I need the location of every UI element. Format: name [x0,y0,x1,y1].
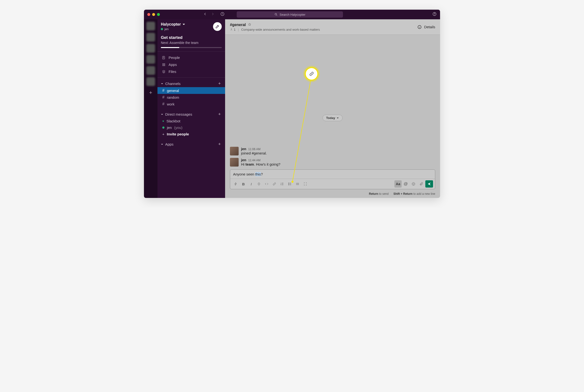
svg-point-18 [288,184,289,184]
workspace-icon[interactable] [146,77,155,86]
compose-button[interactable] [213,22,222,31]
dm-item-self[interactable]: jen (you) [158,124,225,131]
members-count[interactable]: 1 [230,28,236,32]
composer-hints: Return to send Shift + Return to add a n… [225,191,440,198]
invite-people-button[interactable]: + Invite people [158,131,225,137]
avatar[interactable] [230,158,239,166]
message-text: Hi team. How's it going? [241,162,435,166]
caret-down-icon [161,143,163,146]
search-placeholder: Search Halycopter [280,13,306,16]
channel-item-random[interactable]: # random [158,94,225,101]
message-text: joined #general. [241,151,435,155]
workspace-icon[interactable] [146,44,155,52]
link-button[interactable] [271,180,278,188]
dm-section-header[interactable]: Direct messages + [158,111,225,118]
back-button[interactable] [203,12,207,17]
star-channel-button[interactable] [248,23,251,27]
presence-online-icon [161,28,163,30]
svg-point-20 [412,182,415,186]
minimize-window-icon[interactable] [152,13,155,16]
composer-toolbar: B I Aa @ [230,178,435,189]
add-workspace-button[interactable]: + [146,88,155,97]
channel-item-work[interactable]: # work [158,101,225,108]
svg-point-7 [164,64,164,64]
workspace-icon[interactable] [146,22,155,30]
compose-icon [215,24,220,29]
strikethrough-button[interactable] [255,180,263,188]
sidebar-item-files[interactable]: Files [158,68,225,75]
blockquote-button[interactable] [294,180,301,188]
close-window-icon[interactable] [147,13,150,16]
add-app-button[interactable]: + [217,142,222,147]
dm-item-slackbot[interactable]: ♥ Slackbot [158,118,225,124]
search-input[interactable]: Search Halycopter [237,11,343,18]
heart-icon: ♥ [162,120,164,123]
attach-button[interactable] [418,180,425,188]
workspace-name-button[interactable]: Halycopter [161,22,185,26]
ordered-list-icon [280,182,284,186]
apps-section-header[interactable]: Apps + [158,141,225,148]
current-user: jen [161,27,185,31]
add-channel-button[interactable]: + [217,81,222,86]
add-dm-button[interactable]: + [217,112,222,117]
svg-point-22 [414,184,414,184]
workspace-name-label: Halycopter [161,22,181,26]
svg-point-3 [434,15,435,15]
sidebar-item-apps[interactable]: Apps [158,61,225,68]
svg-point-12 [163,66,163,66]
channel-header: #general 1 | Company-wide announcements … [225,19,440,35]
message-author[interactable]: jen [241,147,246,151]
people-icon [162,56,166,60]
presence-online-icon [162,126,165,129]
workspace-icon[interactable] [146,33,155,42]
svg-point-17 [288,183,289,183]
composer-input[interactable]: Anyone seen this? [230,170,435,178]
message-list[interactable]: Today jen 11:06 AM joined #general. [225,35,440,170]
formatting-toggle-button[interactable]: Aa [394,180,402,188]
channel-topic[interactable]: Company-wide announcements and work-base… [241,28,320,32]
mention-button[interactable]: @ [402,180,409,188]
message-row[interactable]: jen 11:06 AM joined #general. [230,147,435,156]
emoji-button[interactable] [410,180,417,188]
italic-button[interactable]: I [248,180,255,188]
shortcuts-button[interactable] [232,180,239,188]
get-started-title: Get started [161,35,222,40]
hash-icon: # [162,88,165,93]
caret-down-icon [161,82,163,85]
apps-grid-icon [162,63,166,66]
help-button[interactable] [432,12,437,17]
avatar[interactable] [230,147,239,156]
strikethrough-icon [257,182,261,186]
details-button[interactable]: Details [417,25,435,29]
channel-item-general[interactable]: # general [158,87,225,94]
selected-text: this [255,172,261,176]
channels-section-header[interactable]: Channels + [158,80,225,87]
hash-icon: # [162,102,165,106]
date-divider[interactable]: Today [322,115,342,121]
get-started-next: Next: Assemble the team [161,41,222,45]
bullet-list-button[interactable] [286,180,293,188]
workspace-icon[interactable] [146,55,155,64]
history-button[interactable] [220,12,225,17]
svg-point-6 [163,64,163,64]
get-started-card[interactable]: Get started Next: Assemble the team [158,33,225,52]
message-composer[interactable]: Anyone seen this? B I Aa [230,170,435,189]
bold-button[interactable]: B [240,180,247,188]
maximize-window-icon[interactable] [157,13,160,16]
search-icon [274,13,278,16]
svg-point-5 [163,57,164,58]
send-button[interactable] [425,180,433,188]
forward-button[interactable] [211,12,215,17]
workspace-rail: + [144,19,158,198]
channel-name[interactable]: #general [230,23,246,27]
codeblock-button[interactable] [302,180,309,188]
code-button[interactable] [263,180,270,188]
message-author[interactable]: jen [241,158,246,162]
ordered-list-button[interactable] [278,180,286,188]
link-icon [272,182,276,186]
message-row[interactable]: jen 11:44 AM Hi team. How's it going? [230,158,435,166]
sidebar-item-people[interactable]: People [158,54,225,61]
files-icon [162,70,166,74]
workspace-icon[interactable] [146,66,155,75]
window-controls[interactable] [147,13,160,16]
